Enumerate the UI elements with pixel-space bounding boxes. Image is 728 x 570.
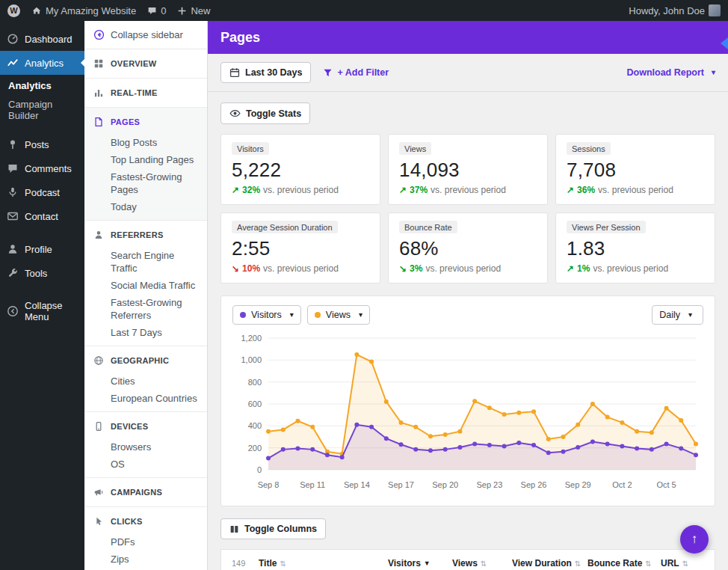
date-range-button[interactable]: Last 30 Days bbox=[220, 62, 311, 83]
sidebar-item-analytics[interactable]: Analytics bbox=[0, 51, 84, 75]
up-arrow-icon: ↑ bbox=[691, 532, 698, 547]
collapse-panel-arrow-icon[interactable] bbox=[721, 37, 728, 49]
analytics-line-chart: 02004006008001,0001,200Sep 8Sep 11Sep 14… bbox=[232, 329, 703, 500]
nav-social-media-traffic[interactable]: Social Media Traffic bbox=[84, 277, 207, 294]
collapse-arrow-icon bbox=[7, 305, 19, 317]
download-report-label: Download Report bbox=[627, 67, 704, 78]
sidebar-item-comments[interactable]: Comments bbox=[0, 156, 84, 180]
sidebar-item-collapse-menu[interactable]: Collapse Menu bbox=[0, 294, 84, 328]
nav-last-7-days[interactable]: Last 7 Days bbox=[84, 324, 207, 341]
add-filter-button[interactable]: + Add Filter bbox=[323, 67, 389, 78]
nav-top-landing-pages[interactable]: Top Landing Pages bbox=[84, 151, 207, 168]
calendar-icon bbox=[229, 67, 240, 78]
sidebar-item-label: Posts bbox=[25, 139, 49, 150]
sort-icon: ⇅ bbox=[682, 560, 688, 568]
svg-text:Sep 23: Sep 23 bbox=[476, 480, 502, 489]
megaphone-icon bbox=[93, 487, 104, 497]
site-name-menu[interactable]: My Amazing Website bbox=[31, 5, 136, 16]
collapse-sidebar-button[interactable]: Collapse sidebar bbox=[84, 21, 207, 49]
nav-browsers[interactable]: Browsers bbox=[84, 438, 207, 456]
nav-blog-posts[interactable]: Blog Posts bbox=[84, 134, 207, 151]
column-label: Bounce Rate bbox=[587, 558, 642, 569]
submenu-item-analytics[interactable]: Analytics bbox=[0, 76, 84, 95]
nav-zips[interactable]: Zips bbox=[84, 551, 207, 568]
nav-search-engine-traffic[interactable]: Search Engine Traffic bbox=[84, 247, 207, 277]
sidebar-item-tools[interactable]: Tools bbox=[0, 261, 84, 285]
column-header-view-duration[interactable]: View Duration ⇅ bbox=[512, 558, 587, 569]
nav-geographic[interactable]: GEOGRAPHIC bbox=[84, 349, 207, 373]
sidebar-item-label: Collapse Menu bbox=[25, 300, 78, 322]
nav-real-time[interactable]: REAL-TIME bbox=[84, 81, 207, 105]
column-header-title[interactable]: Title ⇅ bbox=[259, 558, 388, 569]
wordpress-logo-icon[interactable]: W bbox=[7, 4, 20, 17]
funnel-icon bbox=[323, 68, 333, 78]
section-label: OVERVIEW bbox=[111, 59, 157, 68]
views-series-select[interactable]: Views bbox=[307, 305, 370, 325]
delta-note: vs. previous period bbox=[598, 185, 673, 195]
column-header-url[interactable]: URL ⇅ bbox=[661, 558, 704, 569]
sort-icon: ⇅ bbox=[575, 560, 581, 568]
comments-menu[interactable]: 0 bbox=[147, 5, 166, 16]
sidebar-item-contact[interactable]: Contact bbox=[0, 204, 84, 228]
nav-cities[interactable]: Cities bbox=[84, 373, 207, 390]
collapse-sidebar-icon bbox=[93, 29, 105, 40]
visitors-series-select[interactable]: Visitors bbox=[232, 305, 301, 325]
svg-text:Sep 20: Sep 20 bbox=[432, 480, 458, 489]
section-referrers: REFERRERS Search Engine Traffic Social M… bbox=[84, 221, 207, 346]
section-devices: DEVICES Browsers OS bbox=[84, 412, 207, 478]
nav-campaigns[interactable]: CAMPAIGNS bbox=[84, 480, 207, 504]
nav-pdfs[interactable]: PDFs bbox=[84, 533, 207, 551]
stat-value: 14,093 bbox=[399, 159, 537, 182]
submenu-item-campaign-builder[interactable]: Campaign Builder bbox=[0, 95, 84, 125]
sidebar-item-dashboard[interactable]: Dashboard bbox=[0, 27, 84, 51]
plus-icon bbox=[177, 6, 187, 16]
nav-os[interactable]: OS bbox=[84, 456, 207, 473]
stat-delta: ↘ 10% vs. previous period bbox=[232, 263, 369, 274]
delta-note: vs. previous period bbox=[425, 263, 501, 274]
comment-icon bbox=[147, 6, 157, 16]
howdy-menu[interactable]: Howdy, John Doe bbox=[629, 4, 721, 16]
toggle-stats-button[interactable]: Toggle Stats bbox=[220, 102, 310, 124]
nav-fastest-growing-pages[interactable]: Fastest-Growing Pages bbox=[84, 168, 207, 198]
nav-pages[interactable]: PAGES bbox=[84, 110, 207, 134]
svg-text:Sep 29: Sep 29 bbox=[565, 480, 591, 489]
nav-clicks[interactable]: CLICKS bbox=[84, 509, 207, 533]
nav-fastest-growing-referrers[interactable]: Fastest-Growing Referrers bbox=[84, 294, 207, 324]
microphone-icon bbox=[7, 186, 19, 198]
overview-icon bbox=[93, 58, 104, 69]
new-content-menu[interactable]: New bbox=[177, 5, 210, 16]
sidebar-item-podcast[interactable]: Podcast bbox=[0, 180, 84, 204]
column-header-bounce-rate[interactable]: Bounce Rate ⇅ bbox=[587, 558, 661, 569]
section-label: CAMPAIGNS bbox=[111, 488, 162, 497]
nav-overview[interactable]: OVERVIEW bbox=[84, 52, 207, 76]
sidebar-item-posts[interactable]: Posts bbox=[0, 132, 84, 156]
nav-european-countries[interactable]: European Countries bbox=[84, 390, 207, 407]
sidebar-item-profile[interactable]: Profile bbox=[0, 237, 84, 261]
svg-text:Sep 26: Sep 26 bbox=[521, 480, 547, 489]
sort-icon: ⇅ bbox=[481, 560, 487, 568]
delta-note: vs. previous period bbox=[593, 263, 668, 274]
toggle-columns-button[interactable]: Toggle Columns bbox=[220, 518, 326, 539]
stat-card-views-per-session: Views Per Session 1.83 ↗ 1% vs. previous… bbox=[555, 212, 715, 284]
svg-text:Sep 11: Sep 11 bbox=[300, 480, 325, 489]
download-report-link[interactable]: Download Report bbox=[627, 67, 716, 78]
stat-value: 7,708 bbox=[567, 159, 704, 182]
stat-label: Visitors bbox=[232, 142, 269, 155]
column-header-visitors[interactable]: Visitors ▼ bbox=[388, 558, 452, 569]
pin-icon bbox=[7, 138, 19, 150]
interval-select[interactable]: Daily bbox=[652, 305, 703, 325]
column-header-views[interactable]: Views ⇅ bbox=[452, 558, 512, 569]
sidebar-item-label: Podcast bbox=[25, 187, 60, 198]
trend-arrow-icon: ↗ bbox=[232, 185, 239, 195]
sidebar-item-label: Analytics bbox=[25, 58, 64, 69]
analytics-icon bbox=[7, 57, 19, 69]
nav-today[interactable]: Today bbox=[84, 198, 207, 215]
svg-text:Oct 5: Oct 5 bbox=[656, 480, 676, 489]
wp-admin-bar: W My Amazing Website 0 New Howdy, John D… bbox=[0, 0, 728, 21]
stat-value: 1.83 bbox=[567, 237, 704, 260]
nav-devices[interactable]: DEVICES bbox=[84, 414, 207, 438]
report-content: Toggle Stats Visitors 5,222 ↗ 32% vs. pr… bbox=[208, 92, 728, 570]
scroll-to-top-button[interactable]: ↑ bbox=[680, 525, 709, 554]
nav-referrers[interactable]: REFERRERS bbox=[84, 223, 207, 247]
page-layout: Dashboard Analytics Analytics Campaign B… bbox=[0, 21, 728, 570]
